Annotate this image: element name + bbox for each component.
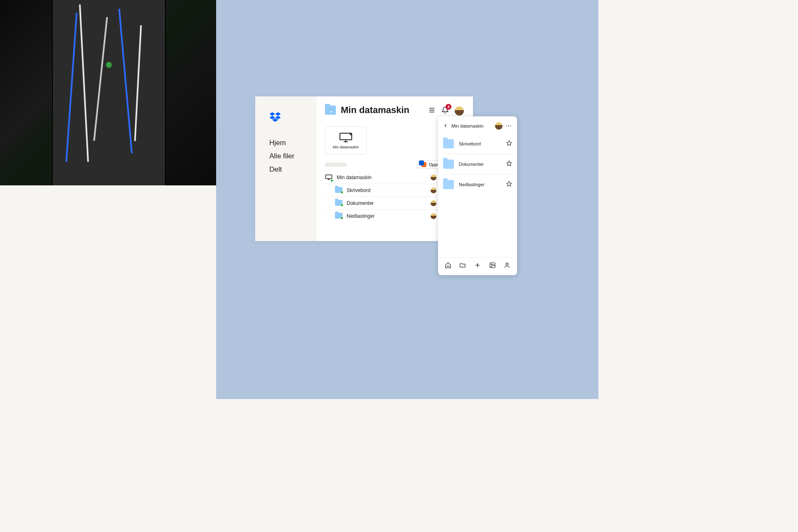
desktop-sidebar: Hjem Alle filer Delt	[255, 96, 317, 241]
row-owner-avatar	[431, 200, 436, 206]
nav-home[interactable]: Hjem	[269, 136, 317, 150]
svg-point-16	[506, 263, 508, 265]
tab-account-icon[interactable]	[504, 262, 510, 270]
mobile-row-name: Dokumenter	[459, 162, 501, 167]
notifications-icon[interactable]: 3	[441, 106, 449, 116]
row-name: Skrivebord	[347, 187, 370, 193]
create-app-icon	[421, 162, 426, 167]
row-owner-avatar	[431, 213, 436, 219]
svg-point-15	[491, 264, 492, 265]
tab-add-icon[interactable]	[474, 262, 481, 270]
dropbox-logo-icon	[269, 112, 317, 124]
mobile-row-name: Nedlastinger	[459, 182, 501, 187]
mobile-tabbar	[438, 257, 517, 275]
row-owner-avatar	[431, 187, 436, 193]
toolbar-skeleton	[325, 163, 347, 167]
folder-icon	[335, 187, 342, 194]
nav-shared[interactable]: Delt	[269, 163, 317, 176]
mobile-app-panel: Min datamaskin ⋯ Skrivebord Dokumenter N…	[438, 116, 517, 275]
row-name: Min datamaskin	[337, 175, 372, 180]
menu-icon[interactable]	[428, 106, 436, 116]
computer-card[interactable]: Min datamaskin	[325, 126, 367, 155]
mobile-row-name: Skrivebord	[459, 141, 501, 146]
folder-icon	[335, 200, 342, 207]
folder-icon	[443, 160, 454, 169]
row-name: Nedlastinger	[347, 213, 374, 219]
svg-marker-9	[507, 140, 512, 145]
mobile-folder-row[interactable]: Skrivebord	[443, 134, 512, 154]
sync-badge-icon	[340, 204, 343, 207]
sync-badge-icon	[340, 217, 343, 219]
sync-badge-icon	[340, 191, 343, 194]
row-owner-avatar	[431, 175, 436, 180]
mobile-folder-row[interactable]: Dokumenter	[443, 154, 512, 175]
mobile-page-title: Min datamaskin	[451, 123, 492, 128]
more-icon[interactable]: ⋯	[506, 123, 512, 129]
notification-count-badge: 3	[446, 104, 451, 110]
page-title: Min datamaskin	[341, 105, 409, 116]
back-icon[interactable]	[443, 122, 448, 130]
tab-files-icon[interactable]	[459, 262, 466, 270]
computer-icon	[325, 174, 332, 181]
row-name: Dokumenter	[347, 200, 374, 206]
nav-all-files[interactable]: Alle filer	[269, 150, 317, 163]
mobile-folder-row[interactable]: Nedlastinger	[443, 175, 512, 195]
svg-marker-11	[507, 181, 512, 186]
svg-marker-10	[507, 161, 512, 166]
folder-icon	[443, 139, 454, 148]
computer-card-label: Min datamaskin	[332, 145, 359, 149]
mobile-user-avatar[interactable]	[495, 122, 502, 130]
user-avatar[interactable]	[455, 106, 464, 116]
star-icon[interactable]	[506, 181, 512, 188]
sync-badge-icon	[330, 179, 333, 182]
folder-icon	[443, 180, 454, 189]
tab-home-icon[interactable]	[445, 262, 451, 270]
star-icon[interactable]	[506, 160, 512, 168]
tab-photos-icon[interactable]	[489, 262, 496, 270]
header-folder-icon	[325, 106, 336, 115]
svg-rect-6	[326, 175, 332, 179]
folder-icon	[335, 213, 342, 219]
server-rack-photo	[0, 0, 216, 185]
star-icon[interactable]	[506, 140, 512, 148]
